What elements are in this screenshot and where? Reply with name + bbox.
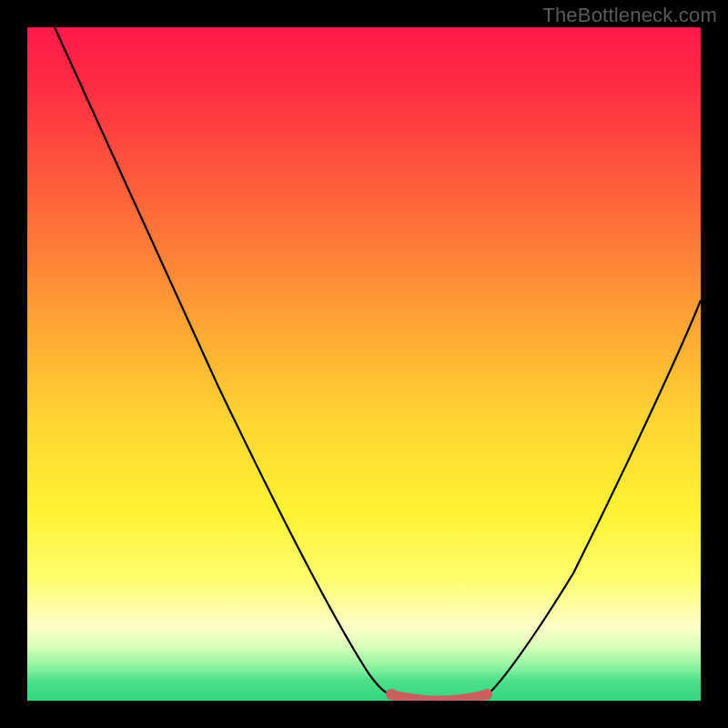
chart-frame: TheBottleneck.com [0,0,728,728]
highlight-dot-right [481,689,492,700]
bottleneck-curve [55,27,701,701]
curve-svg [27,27,701,701]
watermark-text: TheBottleneck.com [542,4,717,27]
bottom-highlight [391,694,487,701]
highlight-dot-left [386,689,397,700]
plot-area [27,27,701,701]
